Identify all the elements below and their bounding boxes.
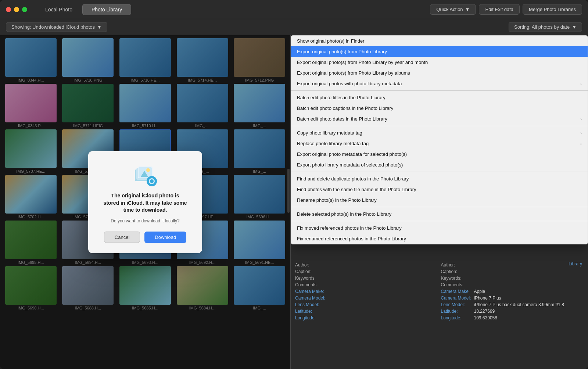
author-label-right: Author: [441, 262, 474, 268]
photo-grid-container: IMG_0344.H...IMG_5718.PNGIMG_5716.HE...I… [0, 35, 290, 369]
menu-separator [291, 221, 588, 221]
menu-item-replace-metadata[interactable]: Replace photo library metdata tag› [291, 138, 588, 149]
download-button[interactable]: Download [144, 232, 186, 243]
longitude-field-left: Longitude: [295, 315, 438, 320]
menu-item-label: Export original photo(s) from Photo Libr… [297, 49, 387, 54]
comments-label-left: Comments: [295, 282, 328, 287]
merge-libraries-button[interactable]: Merge Photo Libraries [523, 4, 582, 15]
sorting-filter[interactable]: Sorting: All photos by date ▼ [509, 22, 582, 32]
menu-separator [291, 90, 588, 91]
menu-item-export-metadata-library[interactable]: Export photo library metadata of selecte… [291, 160, 588, 170]
fullscreen-button[interactable] [22, 7, 27, 12]
meta-col-left: Author: Caption: Keywords: Comments: Cam… [295, 262, 438, 322]
menu-separator [291, 172, 588, 172]
titlebar: Local Photo Photo Library Quick Action ▼… [0, 0, 588, 19]
menu-item-export-metadata-selected[interactable]: Export original photo metadata for selec… [291, 149, 588, 160]
submenu-arrow-icon: › [580, 117, 582, 121]
menu-item-label: Batch edit photo titles in the Photo Lib… [297, 95, 386, 100]
menu-item-label: Find photos with the same file name in t… [297, 187, 416, 192]
menu-item-label: Fix moved referenced photos in the Photo… [297, 225, 402, 231]
keywords-label-left: Keywords: [295, 276, 328, 281]
dialog-title: The original iCloud photo is stored in i… [103, 192, 187, 214]
quick-action-button[interactable]: Quick Action ▼ [430, 4, 476, 15]
minimize-button[interactable] [14, 7, 19, 12]
menu-item-batch-captions[interactable]: Batch edit photo captions in the Photo L… [291, 103, 588, 114]
menu-item-rename-photos[interactable]: Rename photo(s) in the Photo Library [291, 195, 588, 205]
meta-col-right: Author: Caption: Keywords: Comments: Cam… [441, 262, 584, 322]
menu-separator [291, 207, 588, 207]
meta-row-author: Author: Caption: Keywords: Comments: Cam… [295, 262, 584, 322]
caption-field-right: Caption: [441, 269, 584, 274]
menu-item-label: Copy photo library metdata tag [297, 130, 362, 136]
camera-model-field-right: Camera Model: iPhone 7 Plus [441, 295, 584, 301]
menu-item-find-duplicates[interactable]: Find and delete duplicate photos in the … [291, 173, 588, 184]
camera-model-field-left: Camera Model: [295, 295, 438, 301]
menu-item-fix-renamed[interactable]: Fix renamed referenced photos in the Pho… [291, 233, 588, 244]
menu-item-export-by-albums[interactable]: Export original photo(s) from Photo Libr… [291, 68, 588, 78]
dialog-body: Do you want to download it locally? [111, 218, 179, 224]
author-field-left: Author: [295, 262, 438, 268]
lens-value-right: iPhone 7 Plus back dual camera 3.99mm f/… [474, 302, 564, 307]
menu-separator [291, 126, 588, 126]
camera-make-label-left: Camera Make: [295, 289, 328, 294]
header-actions: Quick Action ▼ Edit Exif data Merge Phot… [430, 4, 582, 15]
menu-item-label: Export original photo metadata for selec… [297, 151, 407, 157]
lens-label-left: Lens Model: [295, 302, 328, 307]
submenu-arrow-icon: › [580, 82, 582, 86]
menu-item-batch-titles[interactable]: Batch edit photo titles in the Photo Lib… [291, 92, 588, 103]
lens-field-right: Lens Model: iPhone 7 Plus back dual came… [441, 302, 584, 307]
menu-item-show-finder[interactable]: Show original photo(s) in Finder [291, 36, 588, 46]
menu-item-label: Rename photo(s) in the Photo Library [297, 197, 377, 203]
tab-group: Local Photo Photo Library [36, 4, 131, 15]
tab-local-photo[interactable]: Local Photo [36, 4, 82, 15]
menu-item-label: Find and delete duplicate photos in the … [297, 176, 409, 182]
traffic-lights [6, 7, 27, 12]
longitude-value-right: 109.639058 [474, 315, 497, 320]
camera-make-label-right: Camera Make: [441, 289, 474, 294]
menu-item-label: Export original photos with photo librar… [297, 81, 402, 86]
keywords-label-right: Keywords: [441, 276, 474, 281]
caption-label-right: Caption: [441, 269, 474, 274]
cancel-button[interactable]: Cancel [104, 232, 140, 243]
keywords-field-right: Keywords: [441, 276, 584, 281]
camera-model-value-right: iPhone 7 Plus [474, 295, 501, 301]
menu-item-export-with-metadata[interactable]: Export original photos with photo librar… [291, 78, 588, 89]
camera-make-field-left: Camera Make: [295, 289, 438, 294]
camera-model-label-right: Camera Model: [441, 295, 474, 301]
menu-item-label: Export photo library metadata of selecte… [297, 162, 403, 168]
comments-field-right: Comments: [441, 282, 584, 287]
menu-item-label: Export original photo(s) from Photo Libr… [297, 60, 428, 65]
menu-item-copy-metadata[interactable]: Copy photo library metdata tag› [291, 128, 588, 138]
menu-item-find-same-name[interactable]: Find photos with the same file name in t… [291, 184, 588, 195]
caption-label-left: Caption: [295, 269, 328, 274]
latitude-label-right: Latitude: [441, 309, 474, 314]
library-text: Library [569, 261, 582, 266]
tab-photo-library[interactable]: Photo Library [82, 4, 131, 15]
menu-item-export-original[interactable]: Export original photo(s) from Photo Libr… [291, 46, 588, 57]
chevron-down-icon: ▼ [572, 24, 577, 30]
edit-exif-button[interactable]: Edit Exif data [479, 4, 520, 15]
menu-item-export-by-year[interactable]: Export original photo(s) from Photo Libr… [291, 57, 588, 68]
longitude-field-right: Longitude: 109.639058 [441, 315, 584, 320]
close-button[interactable] [6, 7, 11, 12]
submenu-arrow-icon: › [580, 131, 582, 135]
camera-make-field-right: Camera Make: Apple [441, 289, 584, 294]
latitude-value-right: 18.227699 [474, 309, 495, 314]
caption-field-left: Caption: [295, 269, 438, 274]
dialog-buttons: Cancel Download [104, 232, 186, 243]
toolbar: Showing: Undownloaded iCloud photos ▼ So… [0, 19, 588, 35]
menu-item-fix-moved[interactable]: Fix moved referenced photos in the Photo… [291, 223, 588, 233]
main-layout: IMG_0344.H...IMG_5718.PNGIMG_5716.HE...I… [0, 35, 588, 369]
chevron-down-icon: ▼ [465, 7, 470, 12]
comments-label-right: Comments: [441, 282, 474, 287]
svg-point-5 [146, 168, 150, 172]
menu-item-label: Show original photo(s) in Finder [297, 38, 365, 44]
quick-action-dropdown: Show original photo(s) in FinderExport o… [291, 35, 588, 244]
camera-make-value-right: Apple [474, 289, 485, 294]
latitude-field-left: Latitude: [295, 309, 438, 314]
sidebar: Show original photo(s) in FinderExport o… [290, 35, 588, 369]
menu-item-label: Delete selected photo(s) in the Photo Li… [297, 211, 391, 217]
showing-filter[interactable]: Showing: Undownloaded iCloud photos ▼ [6, 22, 107, 32]
menu-item-batch-dates[interactable]: Batch edit photo dates in the Photo Libr… [291, 114, 588, 124]
menu-item-delete-selected[interactable]: Delete selected photo(s) in the Photo Li… [291, 209, 588, 219]
